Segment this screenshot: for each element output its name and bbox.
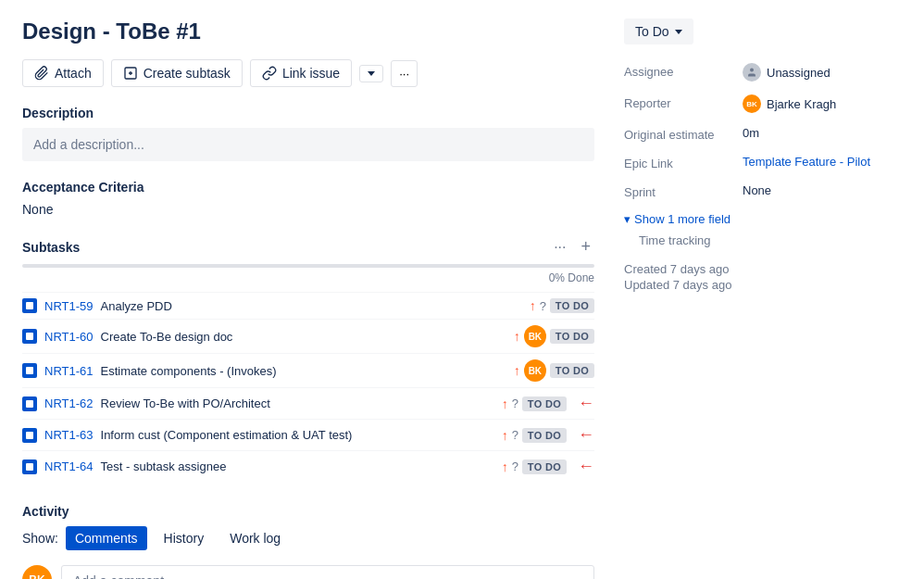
updated-label: Updated 7 days ago: [624, 278, 902, 292]
original-estimate-value[interactable]: 0m: [743, 126, 759, 140]
original-estimate-field: Original estimate 0m: [624, 126, 902, 142]
priority-icon: ↑: [502, 459, 508, 474]
created-info: Created 7 days ago Updated 7 days ago: [624, 262, 902, 292]
assignee-field: Assignee Unassigned: [624, 63, 902, 82]
subtask-name: Review To-Be with PO/Architect: [101, 396, 494, 410]
subtask-row[interactable]: NRT1-64Test - subtask assignee↑?TO DO←: [22, 450, 594, 482]
epic-link-value: Template Feature - Pilot: [743, 155, 870, 169]
subtask-row[interactable]: NRT1-63Inform cust (Component estimation…: [22, 419, 594, 450]
priority-icon: ↑: [514, 329, 520, 344]
priority-icon: ↑: [514, 363, 520, 378]
unassigned-icon: ?: [512, 396, 518, 410]
show-more-fields[interactable]: ▾ Show 1 more field: [624, 212, 902, 226]
assignee-value[interactable]: Unassigned: [743, 63, 830, 82]
subtask-right-area: ↑?TO DO: [502, 396, 567, 411]
acceptance-criteria-value: None: [22, 202, 594, 217]
subtasks-list: NRT1-59Analyze PDD↑?TO DONRT1-60Create T…: [22, 292, 594, 482]
epic-link-field: Epic Link Template Feature - Pilot: [624, 155, 902, 170]
user-icon: [743, 63, 761, 82]
subtask-name: Create To-Be design doc: [101, 330, 506, 344]
subtasks-actions: ··· +: [550, 235, 594, 258]
subtask-id: NRT1-60: [44, 330, 94, 344]
subtask-type-icon: [22, 329, 37, 344]
sprint-value[interactable]: None: [743, 183, 771, 197]
status-badge: TO DO: [522, 428, 567, 443]
assignee-label: Assignee: [624, 63, 735, 79]
annotation-arrow: ←: [578, 394, 594, 413]
tab-comments[interactable]: Comments: [66, 526, 147, 550]
show-label: Show:: [22, 531, 58, 546]
assignee-avatar: BK: [524, 325, 546, 347]
comment-row: BK Add a comment...: [22, 565, 594, 579]
sprint-field: Sprint None: [624, 183, 902, 199]
attach-icon: [34, 66, 49, 81]
comment-input[interactable]: Add a comment...: [61, 565, 594, 579]
subtask-name: Inform cust (Component estimation & UAT …: [101, 428, 494, 442]
subtask-type-icon: [22, 459, 37, 474]
subtasks-header: Subtasks ··· +: [22, 235, 594, 258]
subtask-right-area: ↑BKTO DO: [514, 325, 594, 347]
acceptance-criteria-section: Acceptance Criteria None: [22, 180, 594, 217]
status-button[interactable]: To Do: [624, 19, 693, 44]
page-title: Design - ToBe #1: [22, 19, 594, 44]
svg-rect-2: [26, 333, 33, 340]
description-title: Description: [22, 106, 594, 120]
epic-link-label: Epic Link: [624, 155, 735, 170]
more-options-button[interactable]: ···: [391, 60, 418, 87]
description-section: Description Add a description...: [22, 106, 594, 161]
priority-icon: ↑: [502, 396, 508, 411]
subtasks-add-button[interactable]: +: [577, 235, 594, 258]
activity-show-bar: Show: Comments History Work log: [22, 526, 594, 550]
original-estimate-label: Original estimate: [624, 126, 735, 142]
subtask-row[interactable]: NRT1-60Create To-Be design doc↑BKTO DO: [22, 319, 594, 353]
reporter-value[interactable]: BK Bjarke Kragh: [743, 94, 836, 113]
tab-history[interactable]: History: [155, 526, 214, 550]
subtask-type-icon: [22, 298, 37, 313]
subtask-right-area: ↑?TO DO: [502, 459, 567, 474]
subtask-id: NRT1-61: [44, 364, 94, 378]
epic-link-anchor[interactable]: Template Feature - Pilot: [743, 155, 870, 169]
activity-section: Activity Show: Comments History Work log…: [22, 504, 594, 579]
subtask-row[interactable]: NRT1-59Analyze PDD↑?TO DO: [22, 292, 594, 319]
status-badge: TO DO: [522, 459, 567, 474]
subtasks-title: Subtasks: [22, 240, 80, 255]
subtask-right-area: ↑?TO DO: [502, 428, 567, 443]
create-subtask-button[interactable]: Create subtask: [111, 59, 243, 87]
status-badge: TO DO: [550, 298, 594, 313]
chevron-down-icon: [368, 71, 375, 76]
subtask-id: NRT1-63: [44, 428, 94, 442]
svg-point-7: [750, 69, 754, 72]
tab-worklog[interactable]: Work log: [220, 526, 290, 550]
subtask-id: NRT1-62: [44, 396, 94, 410]
assignee-avatar: BK: [524, 359, 546, 382]
svg-rect-4: [26, 400, 33, 408]
subtask-right-area: ↑BKTO DO: [514, 359, 594, 382]
unassigned-icon: ?: [540, 299, 546, 313]
created-label: Created 7 days ago: [624, 262, 902, 276]
subtask-type-icon: [22, 363, 37, 378]
reporter-avatar: BK: [743, 94, 761, 113]
subtasks-menu-button[interactable]: ···: [550, 237, 569, 258]
subtask-id: NRT1-59: [44, 299, 94, 313]
reporter-field: Reporter BK Bjarke Kragh: [624, 94, 902, 113]
attach-button[interactable]: Attach: [22, 59, 104, 87]
link-issue-button[interactable]: Link issue: [250, 59, 352, 87]
unassigned-icon: ?: [512, 428, 518, 442]
progress-bar-track: [22, 264, 594, 268]
reporter-label: Reporter: [624, 94, 735, 110]
dropdown-button[interactable]: [359, 65, 383, 82]
subtask-row[interactable]: NRT1-61Estimate components - (Invokes)↑B…: [22, 353, 594, 387]
subtask-id: NRT1-64: [44, 459, 94, 473]
status-badge: TO DO: [550, 329, 594, 344]
unassigned-icon: ?: [512, 459, 518, 473]
subtask-row[interactable]: NRT1-62Review To-Be with PO/Architect↑?T…: [22, 387, 594, 419]
time-tracking-label: Time tracking: [624, 233, 902, 247]
subtask-name: Estimate components - (Invokes): [101, 364, 506, 378]
toolbar: Attach Create subtask Link issue ···: [22, 59, 594, 87]
description-input[interactable]: Add a description...: [22, 128, 594, 161]
svg-rect-3: [26, 367, 33, 374]
subtask-type-icon: [22, 428, 37, 443]
acceptance-criteria-title: Acceptance Criteria: [22, 180, 594, 195]
activity-title: Activity: [22, 504, 594, 519]
svg-rect-6: [26, 463, 33, 471]
